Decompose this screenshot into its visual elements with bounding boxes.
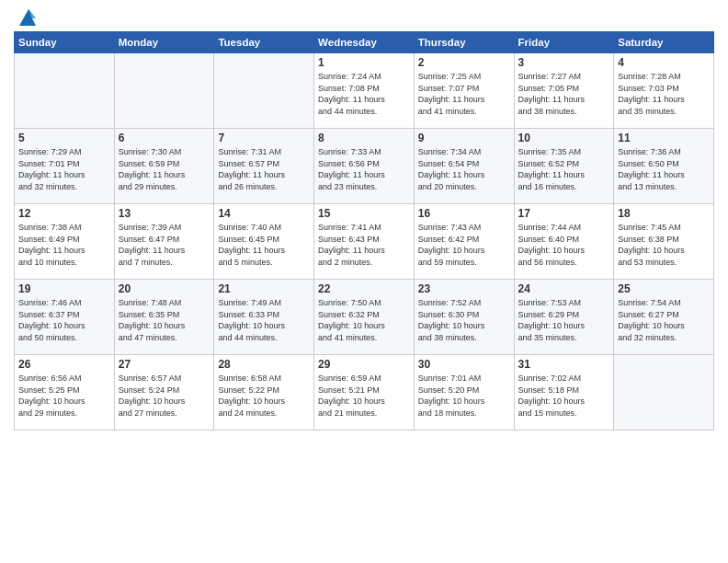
day-cell-4: 4Sunrise: 7:28 AM Sunset: 7:03 PM Daylig… — [614, 53, 714, 129]
day-info: Sunrise: 7:30 AM Sunset: 6:59 PM Dayligh… — [119, 146, 210, 192]
day-info: Sunrise: 7:50 AM Sunset: 6:32 PM Dayligh… — [318, 297, 410, 343]
day-number: 5 — [18, 132, 110, 144]
day-info: Sunrise: 6:59 AM Sunset: 5:21 PM Dayligh… — [318, 373, 410, 419]
day-cell-12: 12Sunrise: 7:38 AM Sunset: 6:49 PM Dayli… — [15, 204, 115, 280]
header — [14, 9, 714, 26]
day-info: Sunrise: 7:35 AM Sunset: 6:52 PM Dayligh… — [518, 146, 610, 192]
empty-cell — [114, 53, 214, 129]
day-number: 1 — [318, 56, 410, 69]
day-info: Sunrise: 7:25 AM Sunset: 7:07 PM Dayligh… — [418, 71, 510, 117]
day-number: 29 — [318, 358, 410, 371]
weekday-header-sunday: Sunday — [15, 32, 115, 53]
day-number: 2 — [418, 56, 510, 69]
day-number: 20 — [119, 282, 210, 295]
day-info: Sunrise: 7:54 AM Sunset: 6:27 PM Dayligh… — [618, 297, 710, 343]
day-number: 23 — [418, 282, 510, 295]
day-number: 27 — [119, 358, 210, 371]
day-number: 7 — [218, 132, 310, 144]
day-cell-19: 19Sunrise: 7:46 AM Sunset: 6:37 PM Dayli… — [15, 280, 115, 355]
day-info: Sunrise: 7:45 AM Sunset: 6:38 PM Dayligh… — [618, 222, 710, 268]
week-row-5: 26Sunrise: 6:56 AM Sunset: 5:25 PM Dayli… — [15, 355, 714, 431]
day-info: Sunrise: 7:02 AM Sunset: 5:18 PM Dayligh… — [518, 373, 610, 419]
page: SundayMondayTuesdayWednesdayThursdayFrid… — [0, 0, 728, 563]
day-info: Sunrise: 7:27 AM Sunset: 7:05 PM Dayligh… — [518, 71, 610, 117]
day-info: Sunrise: 7:31 AM Sunset: 6:57 PM Dayligh… — [218, 146, 310, 192]
day-info: Sunrise: 7:29 AM Sunset: 7:01 PM Dayligh… — [18, 146, 110, 192]
day-cell-27: 27Sunrise: 6:57 AM Sunset: 5:24 PM Dayli… — [114, 355, 214, 431]
day-cell-22: 22Sunrise: 7:50 AM Sunset: 6:32 PM Dayli… — [314, 280, 415, 355]
day-number: 8 — [318, 132, 410, 144]
day-cell-21: 21Sunrise: 7:49 AM Sunset: 6:33 PM Dayli… — [214, 280, 314, 355]
day-cell-7: 7Sunrise: 7:31 AM Sunset: 6:57 PM Daylig… — [214, 129, 314, 204]
empty-cell — [15, 53, 115, 129]
day-info: Sunrise: 7:38 AM Sunset: 6:49 PM Dayligh… — [18, 222, 110, 268]
day-info: Sunrise: 7:44 AM Sunset: 6:40 PM Dayligh… — [518, 222, 610, 268]
weekday-header-friday: Friday — [514, 32, 614, 53]
weekday-header-saturday: Saturday — [614, 32, 714, 53]
day-cell-5: 5Sunrise: 7:29 AM Sunset: 7:01 PM Daylig… — [15, 129, 115, 204]
day-number: 15 — [318, 207, 410, 220]
day-number: 18 — [618, 207, 710, 220]
weekday-header-monday: Monday — [114, 32, 214, 53]
day-info: Sunrise: 7:28 AM Sunset: 7:03 PM Dayligh… — [618, 71, 710, 117]
logo-icon — [16, 9, 36, 26]
day-info: Sunrise: 7:01 AM Sunset: 5:20 PM Dayligh… — [418, 373, 510, 419]
day-number: 19 — [18, 282, 110, 295]
day-cell-9: 9Sunrise: 7:34 AM Sunset: 6:54 PM Daylig… — [414, 129, 514, 204]
day-info: Sunrise: 7:40 AM Sunset: 6:45 PM Dayligh… — [218, 222, 310, 268]
day-number: 25 — [618, 282, 710, 295]
day-cell-3: 3Sunrise: 7:27 AM Sunset: 7:05 PM Daylig… — [514, 53, 614, 129]
day-info: Sunrise: 7:34 AM Sunset: 6:54 PM Dayligh… — [418, 146, 510, 192]
day-number: 24 — [518, 282, 610, 295]
day-info: Sunrise: 7:41 AM Sunset: 6:43 PM Dayligh… — [318, 222, 410, 268]
day-cell-24: 24Sunrise: 7:53 AM Sunset: 6:29 PM Dayli… — [514, 280, 614, 355]
day-cell-28: 28Sunrise: 6:58 AM Sunset: 5:22 PM Dayli… — [214, 355, 314, 431]
day-cell-8: 8Sunrise: 7:33 AM Sunset: 6:56 PM Daylig… — [314, 129, 415, 204]
weekday-header-row: SundayMondayTuesdayWednesdayThursdayFrid… — [15, 32, 714, 53]
day-info: Sunrise: 6:57 AM Sunset: 5:24 PM Dayligh… — [119, 373, 210, 419]
week-row-2: 5Sunrise: 7:29 AM Sunset: 7:01 PM Daylig… — [15, 129, 714, 204]
calendar-table: SundayMondayTuesdayWednesdayThursdayFrid… — [14, 31, 714, 431]
day-cell-1: 1Sunrise: 7:24 AM Sunset: 7:08 PM Daylig… — [314, 53, 415, 129]
day-cell-16: 16Sunrise: 7:43 AM Sunset: 6:42 PM Dayli… — [414, 204, 514, 280]
empty-cell — [214, 53, 314, 129]
day-number: 6 — [119, 132, 210, 144]
day-number: 30 — [418, 358, 510, 371]
day-number: 13 — [119, 207, 210, 220]
day-cell-23: 23Sunrise: 7:52 AM Sunset: 6:30 PM Dayli… — [414, 280, 514, 355]
week-row-4: 19Sunrise: 7:46 AM Sunset: 6:37 PM Dayli… — [15, 280, 714, 355]
day-info: Sunrise: 7:53 AM Sunset: 6:29 PM Dayligh… — [518, 297, 610, 343]
day-info: Sunrise: 7:24 AM Sunset: 7:08 PM Dayligh… — [318, 71, 410, 117]
day-number: 14 — [218, 207, 310, 220]
day-cell-31: 31Sunrise: 7:02 AM Sunset: 5:18 PM Dayli… — [514, 355, 614, 431]
day-number: 11 — [618, 132, 710, 144]
day-info: Sunrise: 7:43 AM Sunset: 6:42 PM Dayligh… — [418, 222, 510, 268]
day-cell-26: 26Sunrise: 6:56 AM Sunset: 5:25 PM Dayli… — [15, 355, 115, 431]
day-number: 17 — [518, 207, 610, 220]
day-info: Sunrise: 7:48 AM Sunset: 6:35 PM Dayligh… — [119, 297, 210, 343]
day-number: 10 — [518, 132, 610, 144]
day-info: Sunrise: 7:46 AM Sunset: 6:37 PM Dayligh… — [18, 297, 110, 343]
weekday-header-tuesday: Tuesday — [214, 32, 314, 53]
day-cell-29: 29Sunrise: 6:59 AM Sunset: 5:21 PM Dayli… — [314, 355, 415, 431]
day-number: 26 — [18, 358, 110, 371]
day-info: Sunrise: 7:39 AM Sunset: 6:47 PM Dayligh… — [119, 222, 210, 268]
day-info: Sunrise: 7:33 AM Sunset: 6:56 PM Dayligh… — [318, 146, 410, 192]
empty-cell — [614, 355, 714, 431]
day-number: 3 — [518, 56, 610, 69]
day-number: 16 — [418, 207, 510, 220]
day-cell-18: 18Sunrise: 7:45 AM Sunset: 6:38 PM Dayli… — [614, 204, 714, 280]
day-info: Sunrise: 7:36 AM Sunset: 6:50 PM Dayligh… — [618, 146, 710, 192]
day-number: 28 — [218, 358, 310, 371]
day-cell-11: 11Sunrise: 7:36 AM Sunset: 6:50 PM Dayli… — [614, 129, 714, 204]
day-cell-25: 25Sunrise: 7:54 AM Sunset: 6:27 PM Dayli… — [614, 280, 714, 355]
weekday-header-wednesday: Wednesday — [314, 32, 415, 53]
weekday-header-thursday: Thursday — [414, 32, 514, 53]
day-info: Sunrise: 6:56 AM Sunset: 5:25 PM Dayligh… — [18, 373, 110, 419]
day-number: 4 — [618, 56, 710, 69]
day-cell-6: 6Sunrise: 7:30 AM Sunset: 6:59 PM Daylig… — [114, 129, 214, 204]
week-row-1: 1Sunrise: 7:24 AM Sunset: 7:08 PM Daylig… — [15, 53, 714, 129]
day-info: Sunrise: 7:49 AM Sunset: 6:33 PM Dayligh… — [218, 297, 310, 343]
day-number: 9 — [418, 132, 510, 144]
day-info: Sunrise: 6:58 AM Sunset: 5:22 PM Dayligh… — [218, 373, 310, 419]
